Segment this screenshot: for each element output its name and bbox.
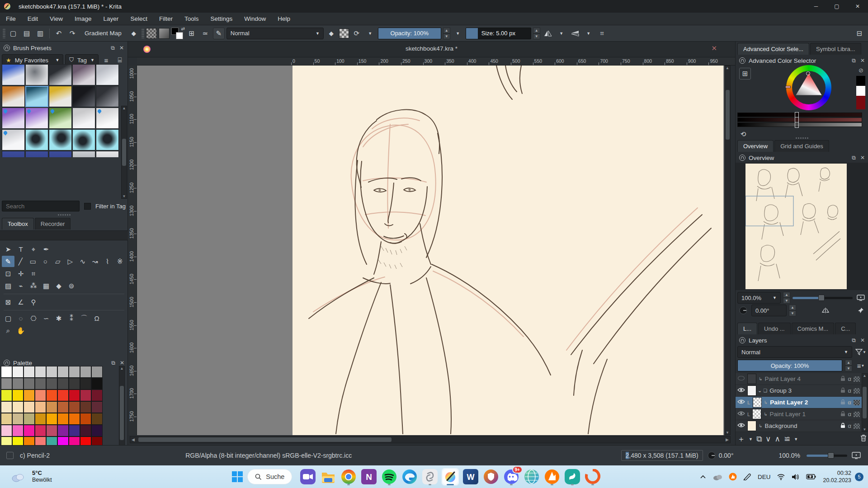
gradient-chooser-icon[interactable]	[146, 28, 157, 39]
edge-icon[interactable]	[401, 468, 419, 486]
onedrive-icon[interactable]	[712, 474, 722, 480]
tab-recorder[interactable]: Recorder	[35, 218, 71, 230]
layer-unlocked-icon[interactable]	[840, 387, 845, 394]
similar-color-select-tool[interactable]: ⁑	[65, 313, 78, 324]
tab-overview[interactable]: Overview	[737, 140, 774, 152]
brush-preset-tile[interactable]	[96, 129, 119, 150]
volume-icon[interactable]	[792, 474, 800, 480]
brush-preset-tile[interactable]	[25, 151, 48, 157]
color-sampler-tool[interactable]: ⌁	[14, 280, 27, 291]
menu-window[interactable]: Window	[238, 13, 272, 25]
shade-bar-3[interactable]	[737, 122, 862, 127]
palette-swatch[interactable]	[12, 389, 24, 401]
palette-swatch[interactable]	[80, 389, 91, 401]
canvas-vertical-scrollbar[interactable]: ▲▼	[724, 66, 731, 435]
gradient-tool[interactable]: ▨	[2, 280, 14, 291]
chevron-down-icon[interactable]: ▼	[556, 28, 567, 39]
brush-preset-tile[interactable]	[25, 129, 48, 150]
palette-swatch[interactable]	[35, 425, 46, 436]
alpha-lock-icon[interactable]: α	[848, 387, 851, 394]
wrap-around-icon[interactable]: ≃	[199, 28, 211, 39]
clock[interactable]: 00:32 20.02.2023	[823, 469, 851, 484]
fill-tool[interactable]: ◆	[52, 280, 65, 291]
tab-symbollibra[interactable]: Symbol Libra...	[810, 43, 861, 55]
rectangular-select-tool[interactable]: ▢	[2, 313, 14, 324]
palette-swatch[interactable]	[24, 389, 35, 401]
image-dimensions[interactable]: 2,480 x 3,508 (157.1 MiB)	[621, 450, 703, 461]
calligraphy-tool[interactable]: ✒	[40, 244, 52, 255]
brush-preset-tile[interactable]	[25, 108, 48, 129]
brush-preset-tile[interactable]	[96, 64, 119, 85]
undo-icon[interactable]: ↶	[53, 28, 65, 39]
palette-swatch[interactable]	[1, 401, 12, 413]
palette-swatch[interactable]	[57, 425, 69, 436]
opacity-spinner[interactable]: ▲▼	[443, 28, 450, 39]
brush-preset-tile[interactable]	[49, 151, 72, 157]
rotation-spinbox[interactable]: 0.00°	[751, 305, 787, 316]
assistants-tool[interactable]: ⚲	[27, 296, 40, 308]
menu-settings[interactable]: Settings	[204, 13, 238, 25]
magnetic-select-tool[interactable]: Ω	[90, 313, 103, 324]
palette-swatch[interactable]	[57, 389, 69, 401]
layer-unlocked-icon[interactable]	[840, 411, 845, 418]
palette-swatch[interactable]	[46, 378, 57, 389]
delete-layer-button[interactable]	[860, 434, 867, 444]
overview-zoom-spinner[interactable]: ▲▼	[783, 292, 790, 304]
shade-bar-1[interactable]	[737, 113, 862, 117]
no-color-icon[interactable]: ⊘	[859, 67, 863, 74]
palette-swatch[interactable]	[91, 389, 103, 401]
palette-swatch[interactable]	[91, 413, 103, 425]
pan-tool[interactable]: ✋	[14, 325, 27, 336]
inherit-alpha-icon[interactable]	[854, 388, 860, 394]
dynamic-brush-tool[interactable]: ⌇	[101, 256, 114, 267]
layer-row-paint-layer-4[interactable]: ↳Paint Layer 4α	[736, 373, 862, 385]
measure-tool[interactable]: ∠	[14, 296, 27, 308]
duplicate-layer-button[interactable]: ⧉	[756, 435, 762, 444]
tab-undo[interactable]: Undo ...	[758, 323, 791, 334]
close-docker-icon[interactable]: ✕	[120, 360, 124, 366]
palette-swatch[interactable]	[46, 366, 57, 378]
palette-swatch[interactable]	[24, 366, 35, 378]
enclose-fill-tool[interactable]: ⊚	[65, 280, 78, 291]
pattern-edit-tool[interactable]: ▦	[40, 280, 52, 291]
canvas-rotation-value[interactable]: 0.00°	[719, 452, 734, 459]
menu-file[interactable]: File	[0, 13, 22, 25]
docker-splitter[interactable]	[736, 137, 868, 139]
krita-icon[interactable]	[441, 468, 459, 486]
rotation-dial-icon[interactable]	[737, 305, 749, 316]
add-layer-button[interactable]: ＋	[737, 434, 745, 444]
chevron-down-icon[interactable]: ▼	[364, 28, 376, 39]
filter-in-tag-checkbox[interactable]	[84, 203, 91, 210]
visibility-on-icon[interactable]	[737, 422, 745, 429]
palette-swatch[interactable]	[1, 425, 12, 436]
palette-swatch[interactable]	[57, 401, 69, 413]
line-tool[interactable]: ╱	[14, 256, 27, 267]
float-docker-icon[interactable]: ⧉	[111, 360, 115, 366]
brush-preset-tile[interactable]	[72, 151, 95, 157]
palette-swatch[interactable]	[46, 413, 57, 425]
edit-shapes-tool[interactable]: ⌖	[27, 244, 40, 255]
palette-swatch[interactable]	[91, 401, 103, 413]
avast-icon[interactable]	[543, 468, 561, 486]
new-document-icon[interactable]: ▢	[7, 28, 19, 39]
layer-opacity-spinner[interactable]: ▲▼	[845, 360, 852, 371]
tab-comicsm[interactable]: Comics M...	[792, 323, 835, 334]
fg-bg-color-swatches[interactable]: ⇄	[171, 28, 184, 39]
tray-expand-icon[interactable]	[700, 475, 706, 479]
brush-preset-tile[interactable]	[2, 64, 25, 85]
polyline-tool[interactable]: ▷	[64, 256, 77, 267]
palette-swatch[interactable]	[69, 378, 80, 389]
layer-blend-mode-dropdown[interactable]: Normal ▼	[737, 346, 852, 358]
palette-swatch[interactable]	[69, 413, 80, 425]
palette-swatch[interactable]	[46, 425, 57, 436]
color-selector-settings-icon[interactable]: ⊞	[739, 68, 751, 80]
brush-preset-tile[interactable]	[72, 86, 95, 107]
toolbar-grip[interactable]	[142, 28, 144, 38]
palette-swatch[interactable]	[35, 413, 46, 425]
brush-preset-tile[interactable]	[2, 151, 25, 157]
wifi-icon[interactable]	[777, 474, 785, 480]
inherit-alpha-icon[interactable]	[854, 376, 860, 382]
brush-preset-tile[interactable]	[25, 86, 48, 107]
menu-select[interactable]: Select	[124, 13, 153, 25]
overview-zoom-slider[interactable]	[793, 297, 853, 299]
